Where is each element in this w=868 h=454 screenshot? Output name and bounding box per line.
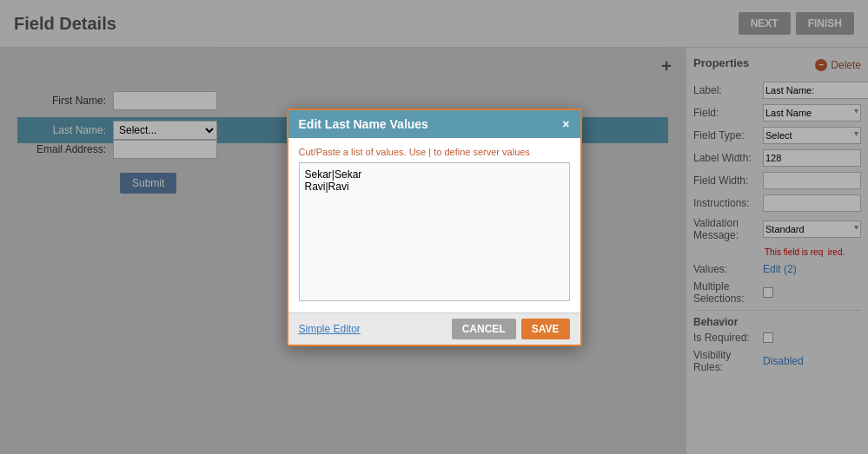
save-button[interactable]: SAVE <box>521 319 570 339</box>
cancel-button[interactable]: CANCEL <box>452 319 516 339</box>
modal-overlay: Edit Last Name Values × Cut/Paste a list… <box>0 0 868 454</box>
modal-header: Edit Last Name Values × <box>288 110 580 138</box>
modal-close-button[interactable]: × <box>562 117 569 131</box>
simple-editor-link[interactable]: Simple Editor <box>299 323 361 335</box>
modal-hint: Cut/Paste a list of values. Use | to def… <box>299 147 570 157</box>
edit-values-modal: Edit Last Name Values × Cut/Paste a list… <box>287 109 582 346</box>
modal-body: Cut/Paste a list of values. Use | to def… <box>288 138 580 313</box>
modal-footer: Simple Editor CANCEL SAVE <box>288 313 580 345</box>
modal-title: Edit Last Name Values <box>299 117 428 131</box>
modal-footer-buttons: CANCEL SAVE <box>452 319 570 339</box>
values-textarea[interactable]: Sekar|Sekar Ravi|Ravi <box>299 162 570 301</box>
